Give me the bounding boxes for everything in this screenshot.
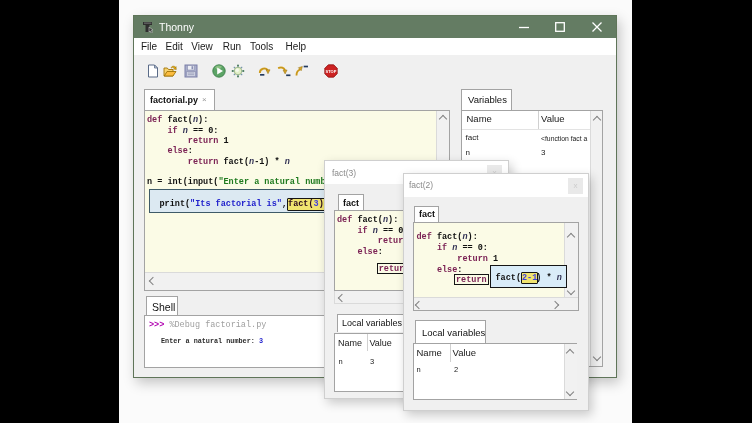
svg-text:STOP: STOP [326, 69, 337, 74]
